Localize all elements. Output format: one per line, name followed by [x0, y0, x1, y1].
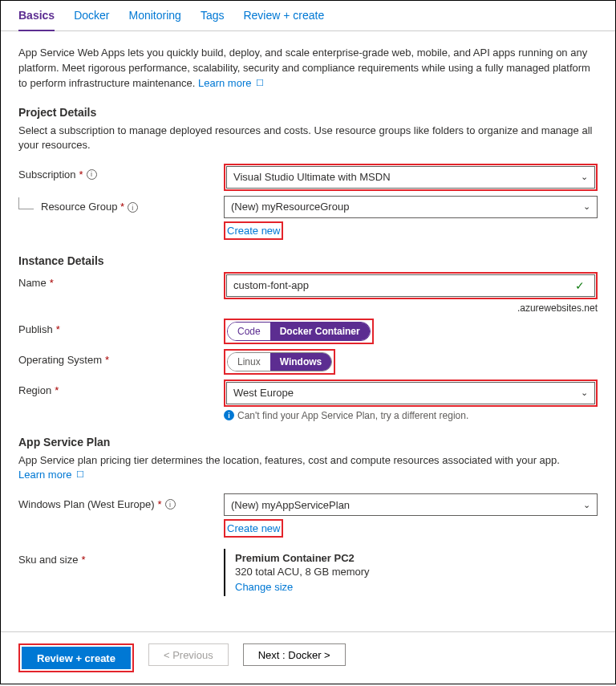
app-service-plan-heading: App Service Plan [18, 436, 598, 449]
info-icon[interactable]: i [128, 202, 138, 213]
subscription-select[interactable]: Visual Studio Ultimate with MSDN ⌄ [226, 166, 595, 189]
region-hint: i Can't find your App Service Plan, try … [224, 410, 598, 421]
publish-code-option[interactable]: Code [228, 323, 270, 340]
resource-group-select[interactable]: (New) myResourceGroup ⌄ [224, 196, 598, 218]
os-windows-option[interactable]: Windows [270, 353, 332, 371]
sku-label: Sku and size [18, 554, 78, 566]
previous-button: < Previous [148, 643, 229, 666]
sku-title: Premium Container PC2 [235, 552, 598, 564]
project-details-desc: Select a subscription to manage deployed… [18, 124, 598, 152]
os-label: Operating System [18, 354, 102, 366]
create-new-plan-link[interactable]: Create new [227, 522, 280, 534]
name-label: Name [18, 277, 47, 289]
plan-desc: App Service plan pricing tier determines… [18, 453, 598, 482]
tab-tags[interactable]: Tags [201, 9, 225, 30]
external-link-icon: ☐ [76, 469, 84, 479]
info-icon[interactable]: i [165, 499, 176, 509]
intro-text: App Service Web Apps lets you quickly bu… [18, 46, 598, 91]
subscription-label: Subscription [18, 168, 76, 181]
check-icon: ✓ [575, 279, 585, 292]
region-label: Region [18, 384, 51, 396]
external-link-icon: ☐ [256, 78, 264, 87]
sku-sub: 320 total ACU, 8 GB memory [235, 566, 598, 578]
instance-details-heading: Instance Details [18, 254, 598, 267]
create-new-rg-link[interactable]: Create new [227, 225, 280, 237]
domain-suffix: .azurewebsites.net [224, 302, 598, 314]
tab-review-create[interactable]: Review + create [243, 9, 324, 30]
next-button[interactable]: Next : Docker > [243, 643, 346, 666]
project-details-heading: Project Details [18, 106, 598, 119]
chevron-down-icon: ⌄ [583, 500, 590, 510]
plan-learn-more-link[interactable]: Learn more ☐ [18, 469, 84, 481]
name-input[interactable]: custom-font-app ✓ [226, 274, 595, 297]
info-icon[interactable]: i [87, 169, 97, 180]
tab-bar: Basics Docker Monitoring Tags Review + c… [1, 1, 615, 31]
footer-actions: Review + create < Previous Next : Docker… [1, 631, 615, 684]
change-size-link[interactable]: Change size [235, 581, 598, 593]
plan-label: Windows Plan (West Europe) [18, 498, 155, 510]
sku-box: Premium Container PC2 320 total ACU, 8 G… [224, 549, 598, 596]
chevron-down-icon: ⌄ [581, 172, 588, 182]
chevron-down-icon: ⌄ [581, 388, 588, 398]
tab-monitoring[interactable]: Monitoring [129, 9, 181, 30]
publish-label: Publish [18, 323, 53, 335]
plan-select[interactable]: (New) myAppServicePlan ⌄ [224, 493, 598, 516]
os-linux-option[interactable]: Linux [228, 353, 270, 371]
resource-group-label: Resource Group [41, 201, 117, 213]
publish-docker-option[interactable]: Docker Container [270, 323, 370, 340]
tab-docker[interactable]: Docker [74, 9, 109, 30]
region-select[interactable]: West Europe ⌄ [226, 382, 595, 404]
tab-basics[interactable]: Basics [18, 9, 55, 31]
review-create-button[interactable]: Review + create [22, 647, 131, 669]
learn-more-link[interactable]: Learn more ☐ [198, 77, 264, 89]
info-badge-icon: i [224, 410, 234, 420]
chevron-down-icon: ⌄ [583, 201, 590, 212]
